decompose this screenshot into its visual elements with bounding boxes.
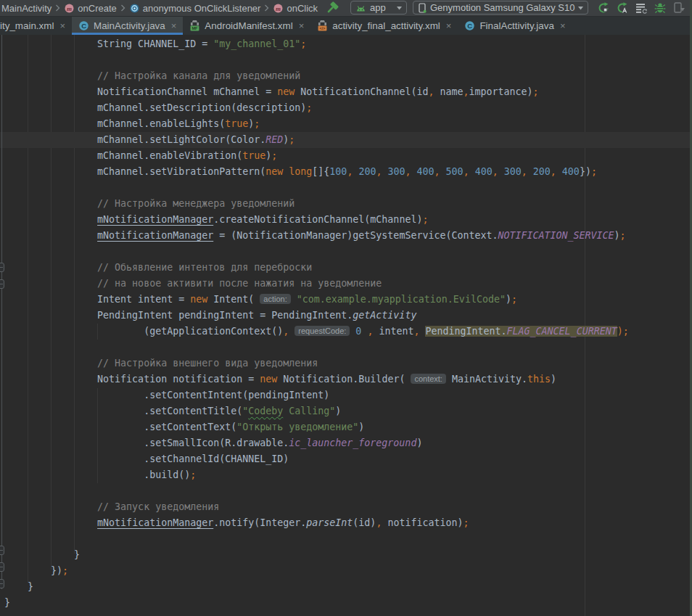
code-line: (getApplicationContext(), requestCode: 0…: [0, 324, 692, 340]
fold-marker-icon[interactable]: [0, 579, 4, 588]
android-studio-window: MainActivitymonCreateanonymous OnClickLi…: [0, 0, 692, 616]
code-line: [0, 531, 692, 547]
chevron-down-icon: [577, 6, 584, 10]
code-line: PendingIntent pendingIntent = PendingInt…: [0, 308, 692, 324]
code-line: // Настройка менеджера уведомлений: [0, 196, 692, 212]
code-area: String CHANNEL_ID = "my_channel_01"; // …: [0, 36, 692, 611]
manifest-icon: MF: [189, 20, 200, 31]
fold-marker-icon[interactable]: [0, 263, 4, 272]
gutter-fold-line: [1, 35, 2, 589]
tab-close-icon[interactable]: ×: [299, 21, 305, 30]
tab-close-icon[interactable]: ×: [446, 21, 452, 30]
breadcrumb: MainActivitymonCreateanonymous OnClickLi…: [0, 0, 318, 16]
apply-changes-restart-icon[interactable]: [596, 1, 611, 15]
breadcrumb-item[interactable]: MainActivity: [1, 3, 52, 14]
code-line: }: [0, 579, 692, 595]
tab-label: FinalActtivity.java: [479, 20, 553, 31]
code-line: // на новое активити после нажатия на ув…: [0, 276, 692, 292]
code-line: }: [0, 595, 692, 611]
editor-tab[interactable]: CFinalActtivity.java×: [458, 17, 572, 35]
module-selector[interactable]: app: [350, 1, 407, 15]
build-hammer-icon[interactable]: [321, 1, 343, 15]
java-class-icon: C: [464, 20, 475, 31]
svg-text:m: m: [67, 4, 72, 12]
code-line: mChannel.enableVibration(true);: [0, 148, 692, 164]
device-selector[interactable]: Genymotion Samsung Galaxy S10: [413, 1, 588, 15]
code-line: .setContentText("Открыть уведомление"): [0, 419, 692, 435]
breadcrumb-label: anonymous OnClickListener: [143, 3, 261, 14]
editor-tab[interactable]: </>activity_final_acttivity.xml×: [310, 17, 458, 35]
code-line: }: [0, 547, 692, 563]
code-line: mChannel.setVibrationPattern(new long[]{…: [0, 164, 692, 180]
code-line: mNotificationManager.notify(Integer.pars…: [0, 515, 692, 531]
code-line: // Настройка канала для уведомлений: [0, 68, 692, 84]
method-icon: m: [64, 3, 75, 14]
svg-text:C: C: [468, 22, 473, 30]
tab-label: MainActivity.java: [94, 20, 165, 31]
code-line: // Запуск уведомления: [0, 499, 692, 515]
code-line: [0, 244, 692, 260]
build-output-icon[interactable]: [633, 1, 649, 15]
fold-marker-icon[interactable]: [0, 546, 4, 555]
code-line: [0, 52, 692, 68]
code-line: [0, 180, 692, 196]
editor-tab[interactable]: MFAndroidManifest.xml×: [183, 17, 310, 35]
breadcrumb-label: MainActivity: [1, 3, 52, 14]
code-line: [0, 340, 692, 356]
code-line: .setChannelId(CHANNEL_ID): [0, 451, 692, 467]
code-line: Intent intent = new Intent( action: "com…: [0, 292, 692, 308]
editor-tab[interactable]: CMainActivity.java×: [72, 17, 183, 35]
method-icon: m: [273, 3, 284, 14]
module-selector-label: app: [370, 2, 386, 13]
tab-label: AndroidManifest.xml: [205, 20, 292, 31]
tab-close-icon[interactable]: ×: [171, 21, 177, 30]
tab-label: activity_final_acttivity.xml: [332, 20, 440, 31]
code-line: .build();: [0, 467, 692, 483]
code-line: .setContentIntent(pendingIntent): [0, 387, 692, 403]
parameter-hint: context:: [411, 374, 446, 384]
code-line: // Настройка внешнего вида уведомления: [0, 356, 692, 371]
tab-close-icon[interactable]: ×: [560, 21, 566, 30]
code-line: mChannel.setDescription(description);: [0, 100, 692, 116]
code-line: mChannel.enableLights(true);: [0, 116, 692, 132]
fold-marker-icon[interactable]: [0, 562, 4, 572]
breadcrumb-item[interactable]: monCreate: [64, 3, 116, 14]
code-line: mNotificationManager.createNotificationC…: [0, 212, 692, 228]
breadcrumb-separator-icon: [55, 4, 60, 12]
breadcrumb-item[interactable]: monClick: [273, 3, 318, 14]
code-line: mNotificationManager = (NotificationMana…: [0, 228, 692, 244]
breadcrumb-label: onCreate: [78, 3, 116, 14]
editor-tab[interactable]: ity_main.xml×: [0, 17, 72, 35]
breadcrumb-item[interactable]: anonymous OnClickListener: [129, 3, 261, 14]
device-selector-label: Genymotion Samsung Galaxy S10: [430, 2, 574, 13]
code-line: .setSmallIcon(R.drawable.ic_launcher_for…: [0, 435, 692, 451]
parameter-hint: requestCode:: [294, 326, 350, 336]
code-line: .setContentTitle("Codeby Calling"): [0, 403, 692, 419]
apply-code-changes-icon[interactable]: [614, 1, 630, 15]
parameter-hint: action:: [260, 294, 290, 304]
layout-xml-icon: </>: [317, 20, 328, 31]
breadcrumb-label: onClick: [287, 3, 318, 14]
debug-icon[interactable]: [652, 1, 668, 15]
svg-text:m: m: [276, 4, 281, 12]
code-line: });: [0, 563, 692, 579]
tab-close-icon[interactable]: ×: [59, 21, 65, 30]
anonymous-class-icon: [129, 3, 140, 14]
attach-debugger-icon[interactable]: [671, 1, 687, 15]
java-class-icon: C: [78, 20, 89, 31]
device-phone-icon: [418, 3, 427, 13]
breadcrumb-separator-icon: [264, 4, 269, 12]
code-line: Notification notification = new Notifica…: [0, 371, 692, 387]
code-line: // Обьявление интентов для переброски: [0, 260, 692, 276]
breadcrumb-separator-icon: [120, 4, 125, 12]
editor-tab-bar: ity_main.xml×CMainActivity.java×MFAndroi…: [0, 16, 692, 35]
svg-text:</>: </>: [320, 26, 326, 30]
fold-marker-icon[interactable]: [0, 279, 4, 289]
code-line: NotificationChannel mChannel = new Notif…: [0, 84, 692, 100]
tab-label: ity_main.xml: [0, 20, 54, 31]
code-line-current: mChannel.setLightColor(Color.RED);: [0, 132, 692, 148]
code-line: String CHANNEL_ID = "my_channel_01";: [0, 36, 692, 52]
main-toolbar: MainActivitymonCreateanonymous OnClickLi…: [0, 0, 692, 16]
code-editor[interactable]: String CHANNEL_ID = "my_channel_01"; // …: [0, 35, 692, 616]
chevron-down-icon: [396, 6, 403, 10]
